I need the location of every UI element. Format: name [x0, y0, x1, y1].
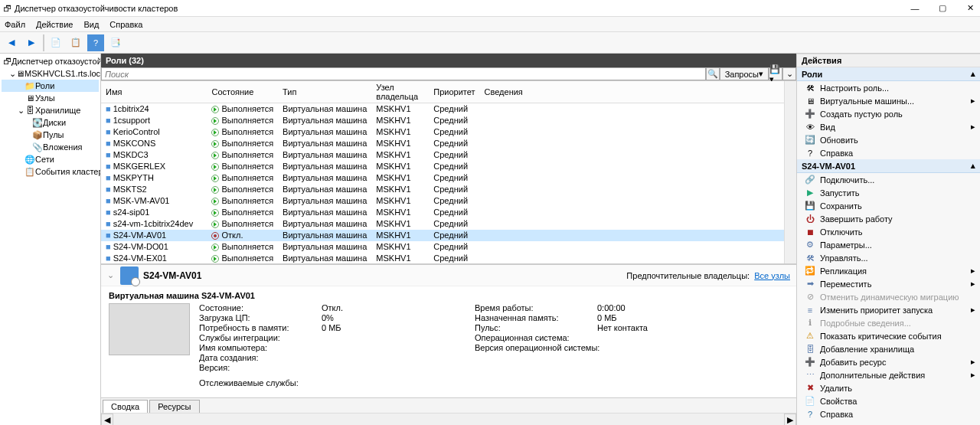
tab-summary[interactable]: Сводка — [103, 400, 148, 413]
action-item[interactable]: ⋯Дополнительные действия▸ — [797, 368, 980, 381]
tree-nodes[interactable]: 🖥Узлы — [2, 92, 99, 104]
kv-state-k: Состояние: — [199, 303, 322, 312]
vm-icon: ■ — [106, 219, 111, 228]
action-item[interactable]: 🔗Подключить... — [797, 173, 980, 186]
action-item[interactable]: ?Справка — [797, 146, 980, 159]
action-item[interactable]: 🛠Настроить роль... — [797, 81, 980, 94]
tree-events[interactable]: 📋События кластера — [2, 165, 99, 178]
action-item[interactable]: ⚙Параметры... — [797, 238, 980, 251]
action-item[interactable]: ⏻Завершить работу — [797, 212, 980, 225]
table-row[interactable]: ■S24-VM-EX01ВыполняетсяВиртуальная машин… — [101, 253, 784, 264]
col-prio[interactable]: Приоритет — [429, 81, 479, 103]
action-icon: ? — [805, 410, 815, 419]
action-item[interactable]: 🖥Виртуальные машины...▸ — [797, 94, 980, 107]
actions-title: Действия — [797, 54, 980, 67]
action-item[interactable]: ▶Запустить — [797, 186, 980, 199]
tree-encl[interactable]: 📎Вложения — [2, 141, 99, 153]
detail-pane: ⌄ S24-VM-AV01 Предпочтительные владельцы… — [101, 263, 796, 413]
action-item[interactable]: ⏹Отключить — [797, 225, 980, 238]
nav-tree: 🗗Диспетчер отказоустойчивос ⌄🖥MSKHVCLS1.… — [0, 54, 101, 425]
action-item[interactable]: ?Справка — [797, 407, 980, 420]
menu-action[interactable]: Действие — [36, 20, 73, 29]
table-row[interactable]: ■MSKPYTHВыполняетсяВиртуальная машинаMSK… — [101, 172, 784, 184]
action-item[interactable]: 🔄Обновить — [797, 133, 980, 146]
table-row[interactable]: ■1cbitrix24ВыполняетсяВиртуальная машина… — [101, 103, 784, 115]
action-item[interactable]: 🛠Управлять... — [797, 251, 980, 264]
action-item[interactable]: ≡Изменить приоритет запуска▸ — [797, 303, 980, 316]
col-owner[interactable]: Узел владельца — [371, 81, 429, 103]
table-row[interactable]: ■MSK-VM-AV01ВыполняетсяВиртуальная машин… — [101, 195, 784, 207]
col-info[interactable]: Сведения — [480, 81, 784, 103]
table-row[interactable]: ■KerioControlВыполняетсяВиртуальная маши… — [101, 126, 784, 138]
menubar: Файл Действие Вид Справка — [0, 17, 980, 32]
action-item[interactable]: 🔁Репликация▸ — [797, 264, 980, 277]
menu-file[interactable]: Файл — [5, 20, 25, 29]
menu-help[interactable]: Справка — [109, 20, 142, 29]
action-icon: ⚠ — [805, 331, 815, 341]
toolbar-btn2[interactable]: 📋 — [67, 34, 84, 51]
toolbar-help[interactable]: ? — [87, 34, 104, 51]
col-state[interactable]: Состояние — [207, 81, 278, 103]
search-clear-button[interactable]: 🔍 — [706, 67, 720, 80]
kv-up-v: 0:00:00 — [597, 303, 626, 312]
action-item[interactable]: ⚠Показать критические события — [797, 329, 980, 342]
detail-subtitle: Виртуальная машина S24-VM-AV01 — [109, 291, 789, 300]
nav-forward-button[interactable]: ▶ — [23, 34, 40, 51]
col-name[interactable]: Имя — [101, 81, 207, 103]
maximize-button[interactable]: ▢ — [936, 2, 949, 15]
nav-back-button[interactable]: ◀ — [3, 34, 20, 51]
table-row[interactable]: ■1csupportВыполняетсяВиртуальная машинаM… — [101, 115, 784, 126]
tree-nets[interactable]: 🌐Сети — [2, 153, 99, 165]
table-row[interactable]: ■MSKGERLEXВыполняетсяВиртуальная машинаM… — [101, 161, 784, 172]
action-icon: 🖥 — [805, 96, 815, 106]
table-row[interactable]: ■s24-sip01ВыполняетсяВиртуальная машинаM… — [101, 207, 784, 218]
tab-resources[interactable]: Ресурсы — [149, 400, 199, 413]
table-row[interactable]: ■S24-VM-DO01ВыполняетсяВиртуальная машин… — [101, 241, 784, 253]
table-row[interactable]: ■MSKTS2ВыполняетсяВиртуальная машинаMSKH… — [101, 184, 784, 195]
table-row[interactable]: ■MSKCONSВыполняетсяВиртуальная машинаMSK… — [101, 138, 784, 149]
tree-disks[interactable]: 💽Диски — [2, 116, 99, 129]
toolbar-btn3[interactable]: 📑 — [107, 34, 124, 51]
save-query-button[interactable]: 💾▾ — [769, 67, 782, 80]
vm-icon: ■ — [106, 150, 111, 159]
close-button[interactable]: ✕ — [963, 2, 977, 15]
tree-pools[interactable]: 📦Пулы — [2, 129, 99, 141]
table-row[interactable]: ■S24-VM-AV01Откл.Виртуальная машинаMSKHV… — [101, 230, 784, 241]
action-item[interactable]: 📄Свойства — [797, 394, 980, 407]
action-item[interactable]: ➡Переместить▸ — [797, 277, 980, 290]
action-item[interactable]: 👁Вид▸ — [797, 120, 980, 133]
hscrollbar[interactable]: ◀▶ — [101, 413, 796, 425]
expand-button[interactable]: ⌄ — [782, 67, 796, 80]
action-icon: ≡ — [805, 306, 815, 315]
search-input[interactable] — [101, 67, 706, 80]
minimize-button[interactable]: — — [908, 2, 922, 15]
pref-owners-link[interactable]: Все узлы — [754, 271, 790, 280]
kv-state-v: Откл. — [322, 303, 343, 312]
roles-grid[interactable]: Имя Состояние Тип Узел владельца Приорит… — [101, 81, 784, 263]
queries-button[interactable]: Запросы ▾ — [720, 67, 769, 80]
actions-section-vm[interactable]: S24-VM-AV01▴ — [797, 159, 980, 173]
status-icon — [211, 198, 219, 205]
vm-icon: ■ — [106, 127, 111, 136]
actions-section-roles[interactable]: Роли▴ — [797, 67, 980, 81]
action-icon: ➕ — [805, 109, 815, 119]
table-row[interactable]: ■s24-vm-1cbitrix24devВыполняетсяВиртуаль… — [101, 218, 784, 230]
tree-root[interactable]: 🗗Диспетчер отказоустойчивос — [2, 55, 99, 67]
tree-cluster[interactable]: ⌄🖥MSKHVCLS1.rts.local — [2, 67, 99, 80]
tree-roles[interactable]: 📁Роли — [2, 80, 99, 92]
vscrollbar[interactable] — [784, 81, 796, 263]
vm-icon — [120, 266, 139, 285]
action-item[interactable]: 🗄Добавление хранилища — [797, 342, 980, 355]
action-item[interactable]: 💾Сохранить — [797, 199, 980, 212]
table-row[interactable]: ■MSKDC3ВыполняетсяВиртуальная машинаMSKH… — [101, 149, 784, 161]
tree-storage[interactable]: ⌄🗄Хранилище — [2, 104, 99, 116]
col-type[interactable]: Тип — [278, 81, 371, 103]
action-item: ⊘Отменить динамическую миграцию — [797, 290, 980, 303]
status-icon — [211, 152, 219, 159]
toolbar-btn1[interactable]: 📄 — [47, 34, 64, 51]
action-item[interactable]: ✖Удалить — [797, 381, 980, 394]
collapse-icon[interactable]: ⌄ — [107, 270, 114, 280]
action-item[interactable]: ➕Добавить ресурс▸ — [797, 355, 980, 368]
action-item[interactable]: ➕Создать пустую роль — [797, 107, 980, 120]
menu-view[interactable]: Вид — [83, 20, 99, 29]
